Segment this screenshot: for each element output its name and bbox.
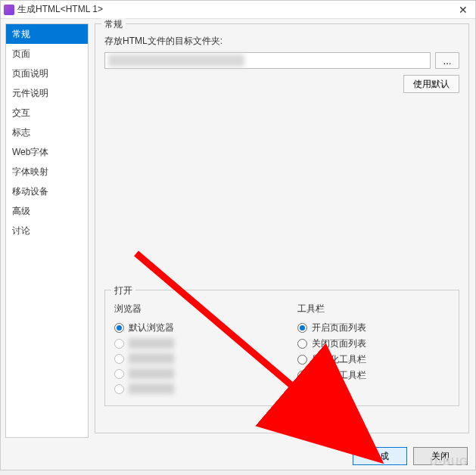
radio-label: 不加载工具栏 <box>312 369 366 382</box>
general-legend: 常规 <box>101 18 126 31</box>
blurred-label <box>129 383 174 394</box>
toolbar-option-2[interactable]: 最小化工具栏 <box>297 352 450 368</box>
toolbar-option-3[interactable]: 不加载工具栏 <box>297 368 450 383</box>
open-legend: 打开 <box>111 284 135 297</box>
general-fieldset: 常规 存放HTML文件的目标文件夹: ... 使用默认 打开 <box>95 23 469 433</box>
blurred-label <box>129 353 174 364</box>
sidebar-item-2[interactable]: 页面说明 <box>6 64 88 83</box>
target-folder-label: 存放HTML文件的目标文件夹: <box>104 35 459 48</box>
browser-col-label: 浏览器 <box>114 303 267 315</box>
browse-label: ... <box>443 55 451 67</box>
generate-label: 生成 <box>371 450 389 463</box>
radio-icon <box>297 355 307 365</box>
content-area: 常规页面页面说明元件说明交互标志Web字体字体映射移动设备高级讨论 常规 存放H… <box>1 19 475 442</box>
radio-label: 最小化工具栏 <box>312 353 366 366</box>
use-default-button[interactable]: 使用默认 <box>403 75 459 93</box>
sidebar-item-3[interactable]: 元件说明 <box>6 83 88 103</box>
close-label: 关闭 <box>431 450 450 463</box>
radio-icon <box>114 323 124 333</box>
radio-label: 关闭页面列表 <box>312 337 366 350</box>
toolbar-col-label: 工具栏 <box>297 303 450 315</box>
radio-icon <box>114 354 124 364</box>
radio-icon <box>297 371 307 380</box>
sidebar-item-9[interactable]: 高级 <box>6 201 88 221</box>
open-fieldset: 打开 浏览器 默认浏览器 工具栏 开启页面列表关闭页面列表最小化工具栏不加载工具… <box>104 290 459 406</box>
toolbar-column: 工具栏 开启页面列表关闭页面列表最小化工具栏不加载工具栏 <box>297 303 450 396</box>
browser-column: 浏览器 默认浏览器 <box>114 303 267 396</box>
footer: 生成 关闭 <box>1 442 475 470</box>
open-columns: 浏览器 默认浏览器 工具栏 开启页面列表关闭页面列表最小化工具栏不加载工具栏 <box>114 303 450 396</box>
sidebar-item-8[interactable]: 移动设备 <box>6 182 88 201</box>
close-dialog-button[interactable]: 关闭 <box>413 447 468 465</box>
app-icon <box>4 5 14 15</box>
radio-icon <box>114 369 124 379</box>
titlebar: 生成HTML<HTML 1> ✕ <box>1 1 475 19</box>
close-button[interactable]: ✕ <box>454 2 472 17</box>
browser-option-4[interactable] <box>114 381 267 396</box>
browse-button[interactable]: ... <box>435 52 459 69</box>
radio-icon <box>297 339 307 349</box>
radio-icon <box>297 323 307 333</box>
browser-option-3[interactable] <box>114 366 267 381</box>
sidebar-item-1[interactable]: 页面 <box>6 44 88 64</box>
sidebar-item-7[interactable]: 字体映射 <box>6 162 88 182</box>
radio-icon <box>114 339 124 349</box>
sidebar: 常规页面页面说明元件说明交互标志Web字体字体映射移动设备高级讨论 <box>5 23 89 438</box>
window-title: 生成HTML<HTML 1> <box>17 3 103 16</box>
browser-option-1[interactable] <box>114 336 267 351</box>
toolbar-option-1[interactable]: 关闭页面列表 <box>297 336 450 352</box>
radio-label: 开启页面列表 <box>312 321 366 334</box>
sidebar-item-5[interactable]: 标志 <box>6 123 88 142</box>
blurred-label <box>129 368 174 379</box>
titlebar-left: 生成HTML<HTML 1> <box>4 3 103 16</box>
blurred-path <box>108 54 244 67</box>
main-panel: 常规 存放HTML文件的目标文件夹: ... 使用默认 打开 <box>89 19 475 442</box>
blurred-label <box>129 338 174 349</box>
radio-label: 默认浏览器 <box>129 321 174 334</box>
sidebar-item-4[interactable]: 交互 <box>6 103 88 123</box>
path-row: ... <box>104 52 459 69</box>
use-default-label: 使用默认 <box>413 79 450 89</box>
use-default-row: 使用默认 <box>104 75 459 93</box>
sidebar-item-0[interactable]: 常规 <box>6 24 88 44</box>
target-folder-input[interactable] <box>104 52 431 69</box>
close-icon: ✕ <box>459 4 468 16</box>
sidebar-item-10[interactable]: 讨论 <box>6 221 88 241</box>
browser-option-0[interactable]: 默认浏览器 <box>114 320 267 336</box>
generate-button[interactable]: 生成 <box>353 447 407 465</box>
radio-icon <box>114 384 124 394</box>
browser-option-2[interactable] <box>114 351 267 366</box>
sidebar-item-6[interactable]: Web字体 <box>6 142 88 162</box>
toolbar-option-0[interactable]: 开启页面列表 <box>297 320 450 336</box>
dialog-window: 生成HTML<HTML 1> ✕ 常规页面页面说明元件说明交互标志Web字体字体… <box>0 0 476 470</box>
